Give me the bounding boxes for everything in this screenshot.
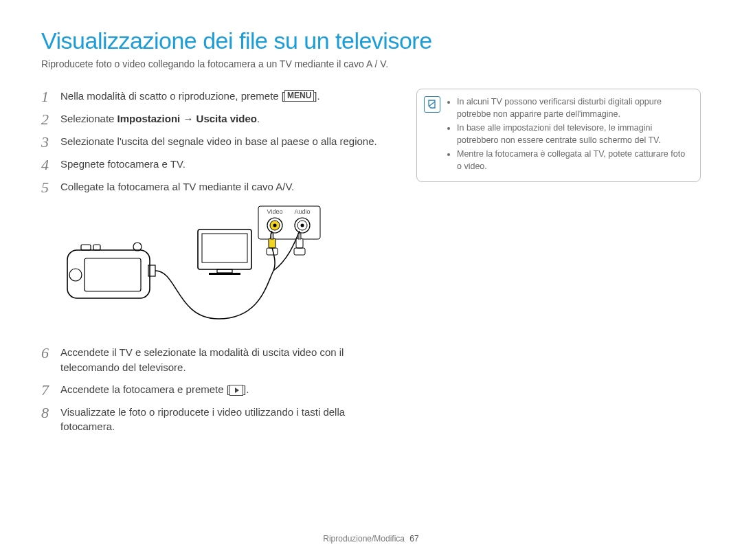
connection-diagram: Video Audio <box>60 202 328 339</box>
step-1: 1 Nella modalità di scatto o riproduzion… <box>41 89 392 104</box>
note-icon <box>424 96 440 113</box>
tv-av-ports: Video Audio <box>258 206 320 239</box>
svg-rect-1 <box>85 258 141 291</box>
step-3: 3 Selezionate l'uscita del segnale video… <box>41 134 392 150</box>
page-title: Visualizzazione dei file su un televisor… <box>41 27 701 54</box>
step-7-post: ]. <box>243 383 249 395</box>
step-1-post: ]. <box>314 90 319 102</box>
left-column: 1 Nella modalità di scatto o riproduzion… <box>41 89 392 441</box>
av-plug-audio <box>294 234 305 255</box>
step-number: 1 <box>41 89 60 104</box>
note-item: In base alle impostazioni del televisore… <box>457 122 690 146</box>
svg-rect-20 <box>269 238 276 248</box>
step-number: 2 <box>41 111 60 127</box>
av-plug-video <box>267 234 278 255</box>
step-7: 7 Accendete la fotocamera e premete []. <box>41 382 392 398</box>
page-subtitle: Riproducete foto o video collegando la f… <box>41 58 701 69</box>
play-icon <box>229 385 243 396</box>
step-number: 5 <box>41 179 60 195</box>
right-column: In alcuni TV possono verificarsi disturb… <box>416 89 701 441</box>
svg-rect-24 <box>298 234 301 239</box>
note-item: Mentre la fotocamera è collegata al TV, … <box>457 148 690 172</box>
tv-icon <box>198 229 251 275</box>
step-text: Nella modalità di scatto o riproduzione,… <box>60 89 392 104</box>
note-box: In alcuni TV possono verificarsi disturb… <box>416 89 701 182</box>
menu-button-label: MENU <box>284 90 314 102</box>
step-text: Visualizzate le foto o riproducete i vid… <box>60 405 392 435</box>
step-text: Collegate la fotocamera al TV mediante i… <box>60 179 392 194</box>
content-columns: 1 Nella modalità di scatto o riproduzion… <box>41 89 701 441</box>
step-number: 6 <box>41 345 60 361</box>
svg-text:Audio: Audio <box>294 208 310 215</box>
step-number: 3 <box>41 134 60 150</box>
camera-icon <box>67 243 155 298</box>
svg-point-19 <box>301 224 304 227</box>
svg-rect-5 <box>93 245 100 250</box>
svg-rect-10 <box>209 273 240 275</box>
svg-point-16 <box>273 224 277 227</box>
step-6: 6 Accendete il TV e selezionate la modal… <box>41 345 392 375</box>
svg-rect-7 <box>198 229 251 269</box>
manual-page: Visualizzazione dei file su un televisor… <box>0 0 742 455</box>
step-4: 4 Spegnete fotocamera e TV. <box>41 157 392 172</box>
note-item: In alcuni TV possono verificarsi disturb… <box>457 96 690 120</box>
step-number: 7 <box>41 382 60 398</box>
step-text: Selezionate Impostazioni → Uscita video. <box>60 111 392 126</box>
step-text: Accendete la fotocamera e premete []. <box>60 382 392 397</box>
footer-page-number: 67 <box>409 534 418 544</box>
step-2-post: . <box>257 113 260 124</box>
footer-section: Riproduzione/Modifica <box>323 534 405 544</box>
svg-point-2 <box>69 269 82 281</box>
page-footer: Riproduzione/Modifica 67 <box>0 534 742 544</box>
step-number: 4 <box>41 157 60 172</box>
svg-rect-21 <box>271 234 273 239</box>
note-list: In alcuni TV possono verificarsi disturb… <box>447 96 690 172</box>
svg-rect-25 <box>294 248 305 255</box>
step-2-pre: Selezionate <box>60 113 117 124</box>
step-text: Selezionate l'uscita del segnale video i… <box>60 134 392 149</box>
svg-text:Video: Video <box>267 208 283 215</box>
svg-rect-8 <box>202 234 247 262</box>
step-number: 8 <box>41 405 60 421</box>
svg-rect-23 <box>296 238 303 248</box>
step-5: 5 Collegate la fotocamera al TV mediante… <box>41 179 392 195</box>
step-7-pre: Accendete la fotocamera e premete [ <box>60 383 229 395</box>
step-2: 2 Selezionate Impostazioni → Uscita vide… <box>41 111 392 127</box>
step-text: Spegnete fotocamera e TV. <box>60 157 392 172</box>
svg-rect-4 <box>81 245 91 250</box>
step-2-bold: Impostazioni → Uscita video <box>117 113 257 124</box>
step-8: 8 Visualizzate le foto o riproducete i v… <box>41 405 392 435</box>
step-1-pre: Nella modalità di scatto o riproduzione,… <box>60 90 284 102</box>
step-text: Accendete il TV e selezionate la modalit… <box>60 345 392 375</box>
